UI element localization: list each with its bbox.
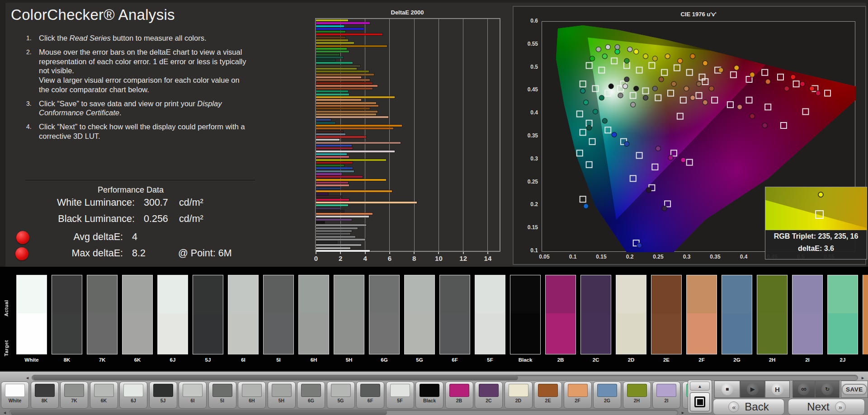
pattern-window-button[interactable] <box>690 392 710 411</box>
patch-button-8k[interactable]: 8K <box>31 382 59 409</box>
deltae-bar[interactable] <box>316 42 354 44</box>
patch-button-2h[interactable]: 2H <box>623 382 651 409</box>
deltae-bar[interactable] <box>316 145 352 146</box>
deltae-bar[interactable] <box>316 142 401 144</box>
deltae-bar[interactable] <box>316 153 347 155</box>
deltae-bar[interactable] <box>316 239 365 241</box>
deltae-bar[interactable] <box>316 188 340 189</box>
deltae-bar[interactable] <box>316 202 417 203</box>
refresh-button[interactable]: ↻ <box>815 381 840 398</box>
patch-button-6j[interactable]: 6J <box>119 382 147 409</box>
scroll-left-icon[interactable]: ◄ <box>24 375 31 381</box>
deltae-bar[interactable] <box>316 208 340 209</box>
deltae-bar[interactable] <box>316 196 342 198</box>
scroll-right-icon[interactable]: ► <box>679 410 687 415</box>
deltae-bar[interactable] <box>316 173 342 175</box>
deltae-bar[interactable] <box>316 39 348 41</box>
deltae-bar[interactable] <box>316 199 349 201</box>
deltae-bar[interactable] <box>316 62 353 64</box>
patch-button-5f[interactable]: 5F <box>386 382 414 409</box>
patch-button-7k[interactable]: 7K <box>60 382 88 409</box>
scroll-right-icon[interactable]: ► <box>859 375 867 381</box>
save-button[interactable]: SAVE <box>841 381 868 398</box>
deltae-bar[interactable] <box>316 127 393 129</box>
play-button[interactable]: ▶ <box>740 381 765 398</box>
deltae-bar[interactable] <box>316 90 348 92</box>
deltae-bar[interactable] <box>316 122 335 124</box>
patch-button-white[interactable]: White <box>1 382 29 409</box>
deltae-bar[interactable] <box>316 244 361 246</box>
deltae-bar[interactable] <box>316 227 358 229</box>
deltae-bar[interactable] <box>316 236 355 238</box>
deltae-bar[interactable] <box>316 74 374 75</box>
patch-button-5i[interactable]: 5I <box>208 382 236 409</box>
deltae-bar[interactable] <box>316 68 357 70</box>
deltae-bar[interactable] <box>316 156 349 158</box>
deltae-bar[interactable] <box>316 79 370 81</box>
deltae-bar[interactable] <box>316 139 340 141</box>
deltae-bar[interactable] <box>316 204 348 206</box>
deltae-bar[interactable] <box>316 37 345 38</box>
loop-button[interactable]: ∞ <box>793 381 815 398</box>
deltae-bar[interactable] <box>316 165 344 166</box>
deltae-bar[interactable] <box>316 247 350 249</box>
deltae-bar[interactable] <box>316 88 373 90</box>
deltae-bar[interactable] <box>316 184 349 186</box>
patch-button-2e[interactable]: 2E <box>534 382 562 409</box>
deltae-bar[interactable] <box>316 105 378 107</box>
deltae-bar[interactable] <box>316 170 354 172</box>
pattern-up-button[interactable]: ▲ <box>690 382 710 391</box>
next-button[interactable]: Next » <box>788 399 865 415</box>
deltae-bar[interactable] <box>316 113 376 115</box>
deltae-bar[interactable] <box>316 193 328 195</box>
patch-button-5j[interactable]: 5J <box>149 382 177 409</box>
deltae-bar[interactable] <box>316 151 395 152</box>
deltae-bar[interactable] <box>316 167 353 169</box>
patch-button-2d[interactable]: 2D <box>505 382 533 409</box>
deltae-bar[interactable] <box>316 76 361 78</box>
deltae-bar[interactable] <box>316 85 377 87</box>
deltae-bar[interactable] <box>316 25 344 27</box>
deltae-bar[interactable] <box>316 45 387 47</box>
deltae-bar[interactable] <box>316 116 388 118</box>
deltae-bar[interactable] <box>316 176 363 178</box>
patch-button-2f[interactable]: 2F <box>564 382 592 409</box>
deltae-bar[interactable] <box>316 102 376 104</box>
deltae-bar[interactable] <box>316 96 395 98</box>
deltae-bar[interactable] <box>316 31 345 33</box>
deltae-bar[interactable] <box>316 213 373 215</box>
deltae-bar[interactable] <box>316 94 349 95</box>
patch-button-6h[interactable]: 6H <box>238 382 266 409</box>
pause-button[interactable]: H <box>765 381 790 398</box>
stop-button[interactable]: ■ <box>714 381 740 398</box>
deltae-bar[interactable] <box>316 131 343 132</box>
deltae-bar[interactable] <box>316 54 340 56</box>
deltae-bar[interactable] <box>316 28 364 30</box>
patch-button-2g[interactable]: 2G <box>593 382 621 409</box>
deltae-bar[interactable] <box>316 51 349 52</box>
deltae-bar[interactable] <box>316 230 352 232</box>
deltae-bar[interactable] <box>316 136 366 138</box>
deltae-bar[interactable] <box>316 224 366 226</box>
patch-button-2i[interactable]: 2I <box>652 382 680 409</box>
patch-button-2c[interactable]: 2C <box>475 382 503 409</box>
scroll-left-icon[interactable]: ◄ <box>1 410 9 415</box>
patch-button-6f[interactable]: 6F <box>356 382 384 409</box>
deltae-bar[interactable] <box>316 162 353 164</box>
deltae-bar[interactable] <box>316 216 369 217</box>
deltae-bar[interactable] <box>316 250 370 252</box>
patch-button-black[interactable]: Black <box>415 382 443 409</box>
deltae-bar[interactable] <box>316 182 348 184</box>
deltae-bar[interactable] <box>316 147 353 149</box>
back-button[interactable]: « Back <box>713 399 784 415</box>
deltae-bar[interactable] <box>316 71 369 72</box>
deltae-bar[interactable] <box>316 57 343 58</box>
deltae-bar[interactable] <box>316 133 345 135</box>
patch-button-5g[interactable]: 5G <box>327 382 355 409</box>
bottom-scrollbar-track[interactable] <box>9 410 678 415</box>
patch-button-6i[interactable]: 6I <box>179 382 207 409</box>
bottom-scrollbar-thumb[interactable] <box>10 410 387 415</box>
patch-button-6k[interactable]: 6K <box>90 382 118 409</box>
top-scrollbar-thumb[interactable] <box>33 375 518 380</box>
patch-button-6g[interactable]: 6G <box>297 382 325 409</box>
